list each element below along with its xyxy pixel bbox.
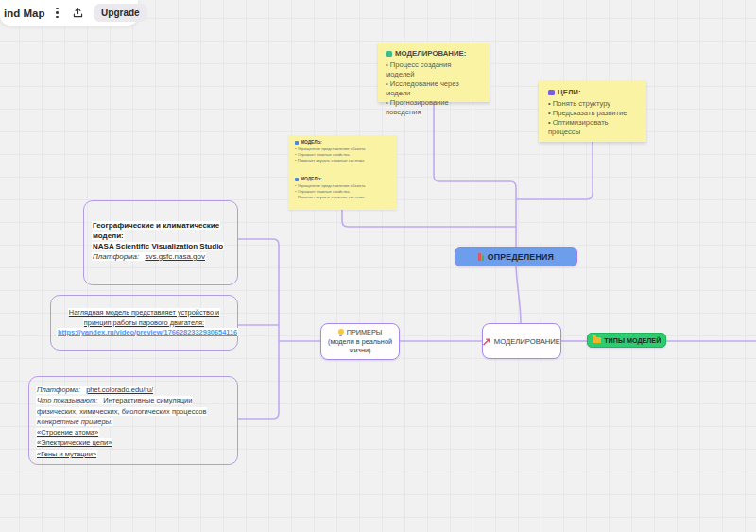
example-link[interactable]: «Гены и мутации» — [36, 450, 97, 458]
card-text: принцип работы парового двигателя: — [83, 318, 205, 327]
yandex-video-link[interactable]: https://yandex.ru/video/preview/17662823… — [57, 328, 238, 336]
bar-chart-icon — [478, 253, 484, 261]
sticky-title: МОДЕЛИРОВАНИЕ: — [395, 49, 466, 59]
mini-sticky-model-2[interactable]: МОДЕЛЬ: • Упрощенное представление объек… — [288, 172, 397, 210]
sticky-bullet: • Предсказать развитие — [548, 109, 637, 118]
node-examples[interactable]: ПРИМЕРЫ (модели в реальной жизни) — [320, 323, 400, 360]
nasa-link[interactable]: svs.gsfc.nasa.gov — [144, 252, 206, 261]
mindmap-canvas[interactable]: ind Map Upgrade МОДЕЛИРОВАНИЕ: • Процесс… — [0, 0, 756, 532]
node-label: ТИПЫ МОДЕЛЕЙ — [604, 336, 661, 345]
sticky-bullet: • Процесс создания моделей — [386, 60, 482, 79]
card-text: Географические и климатические модели: — [92, 221, 220, 240]
sticky-bullet: • Исследование через модели — [386, 79, 482, 98]
node-label: ОПРЕДЕЛЕНИЯ — [488, 252, 554, 262]
toolbar: ind Map Upgrade — [0, 0, 138, 26]
sticky-bullet: • Оптимизировать процессы — [548, 118, 637, 137]
platform-label: Платформа: — [36, 386, 81, 394]
mini-sticky-group: МОДЕЛЬ: • Упрощенное представление объек… — [288, 135, 397, 210]
lightbulb-icon — [338, 329, 344, 336]
upload-icon[interactable] — [70, 6, 86, 20]
card-steam-engine[interactable]: Наглядная модель представляет устройство… — [50, 295, 238, 351]
blue-square-icon — [295, 141, 299, 145]
mini-sticky-title: МОДЕЛЬ: — [301, 177, 322, 182]
sticky-modeling[interactable]: МОДЕЛИРОВАНИЕ: • Процесс создания моделе… — [378, 43, 490, 102]
node-sublabel: (модели в реальной — [328, 337, 392, 347]
sticky-bullet: • Понять структуру — [548, 99, 637, 109]
card-nasa-models[interactable]: Географические и климатические модели: N… — [83, 200, 238, 285]
node-sublabel: жизни) — [350, 346, 371, 355]
node-modeling[interactable]: МОДЕЛИРОВАНИЕ — [482, 323, 561, 359]
mini-sticky-bullet: • Помогает изучать сложные системы — [295, 195, 390, 200]
trend-up-icon — [483, 337, 490, 346]
sticky-bullet: • Прогнозирование поведения — [386, 98, 482, 117]
upgrade-button[interactable]: Upgrade — [94, 4, 147, 22]
purple-square-icon — [548, 90, 555, 96]
document-title: ind Map — [4, 8, 44, 19]
kebab-menu-icon[interactable] — [52, 6, 62, 21]
node-types[interactable]: ТИПЫ МОДЕЛЕЙ — [587, 333, 666, 348]
card-text: NASA Scientific Visualization Studio — [92, 242, 224, 250]
sticky-title: ЦЕЛИ: — [558, 88, 581, 97]
card-phet-simulations[interactable]: Платформа: phet.colorado.edu/ru/ Что пок… — [28, 376, 238, 465]
show-label: Что показывают: — [36, 396, 98, 404]
node-label: ПРИМЕРЫ — [347, 328, 383, 337]
examples-label: Конкретные примеры: — [36, 418, 113, 426]
blue-square-icon — [295, 178, 299, 181]
example-link[interactable]: «Строение атома» — [36, 428, 99, 437]
mini-sticky-title: МОДЕЛЬ: — [301, 140, 322, 146]
platform-label: Платформа: — [92, 252, 140, 261]
example-link[interactable]: «Электрические цепи» — [36, 438, 112, 447]
mini-sticky-model-1[interactable]: МОДЕЛЬ: • Упрощенное представление объек… — [288, 135, 397, 172]
green-square-icon — [386, 51, 392, 58]
phet-link[interactable]: phet.colorado.edu/ru/ — [85, 386, 154, 394]
folder-icon — [593, 337, 601, 344]
node-label: МОДЕЛИРОВАНИЕ — [494, 337, 560, 346]
mini-sticky-bullet: • Помогает изучать сложные системы — [295, 158, 390, 163]
sticky-goals[interactable]: ЦЕЛИ: • Понять структуру • Предсказать р… — [539, 80, 646, 142]
card-text: Наглядная модель представляет устройство… — [68, 308, 220, 317]
node-definitions[interactable]: ОПРЕДЕЛЕНИЯ — [455, 247, 577, 266]
